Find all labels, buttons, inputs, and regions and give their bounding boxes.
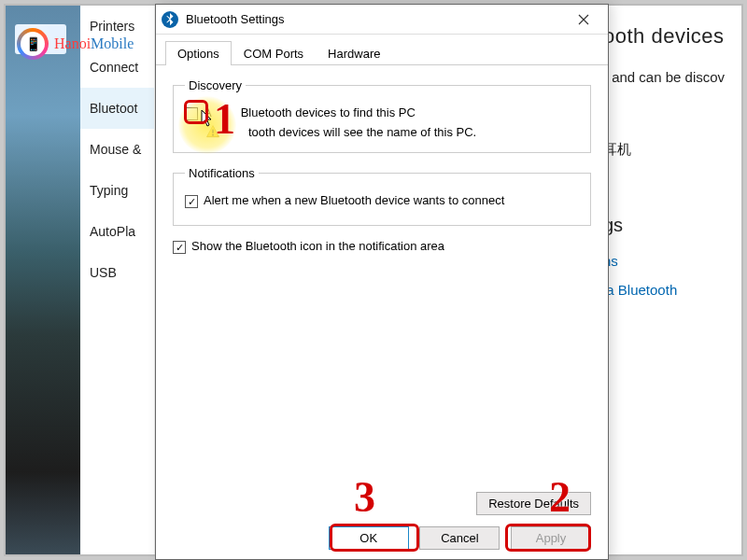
related-settings-heading: gs bbox=[603, 215, 736, 236]
bluetooth-icon bbox=[162, 11, 178, 28]
apply-button[interactable]: Apply bbox=[511, 526, 591, 550]
page-subtext: r and can be discov bbox=[603, 69, 736, 85]
restore-defaults-button[interactable]: Restore Defaults bbox=[476, 492, 591, 515]
sidebar-item-typing[interactable]: Typing bbox=[80, 170, 154, 211]
svg-rect-1 bbox=[212, 134, 214, 136]
show-tray-icon-label: Show the Bluetooth icon in the notificat… bbox=[191, 239, 444, 253]
ok-button[interactable]: OK bbox=[329, 526, 409, 550]
bluetooth-settings-dialog: Bluetooth Settings Options COM Ports Har… bbox=[155, 4, 609, 560]
settings-content-partial: ooth devices r and can be discov 耳机 gs n… bbox=[603, 24, 736, 311]
settings-sidebar: Printers Connect Bluetoot Mouse & Typing… bbox=[80, 6, 155, 554]
watermark-text: HanoiMobile bbox=[54, 35, 134, 52]
sidebar-item-autoplay[interactable]: AutoPla bbox=[80, 211, 154, 252]
warning-icon bbox=[205, 124, 220, 139]
related-link-1[interactable]: ns bbox=[603, 253, 736, 269]
alert-connect-checkbox[interactable] bbox=[185, 195, 198, 208]
dialog-footer: Restore Defaults OK Cancel Apply bbox=[156, 492, 608, 550]
desktop-wallpaper bbox=[6, 6, 80, 554]
watermark: 📱 HanoiMobile bbox=[17, 28, 134, 60]
sidebar-item-bluetooth[interactable]: Bluetoot bbox=[80, 88, 154, 129]
device-list-item[interactable]: 耳机 bbox=[603, 141, 736, 159]
allow-discovery-label: Bluetooth devices to find this PC bbox=[241, 105, 416, 119]
sidebar-item-mouse[interactable]: Mouse & bbox=[80, 129, 154, 170]
svg-rect-0 bbox=[212, 130, 214, 133]
notifications-group: Notifications Alert me when a new Blueto… bbox=[173, 166, 591, 226]
cancel-button[interactable]: Cancel bbox=[419, 526, 500, 550]
discovery-legend: Discovery bbox=[185, 78, 246, 92]
alert-connect-label: Alert me when a new Bluetooth device wan… bbox=[204, 193, 504, 207]
tab-strip: Options COM Ports Hardware bbox=[156, 35, 608, 65]
sidebar-item-usb[interactable]: USB bbox=[80, 252, 154, 293]
dialog-body: Discovery A Bluetooth devices to find th… bbox=[156, 65, 608, 510]
related-link-2[interactable]: ia Bluetooth bbox=[603, 282, 736, 298]
watermark-logo-icon: 📱 bbox=[17, 28, 49, 60]
tab-options[interactable]: Options bbox=[165, 41, 232, 65]
dialog-titlebar[interactable]: Bluetooth Settings bbox=[156, 5, 608, 35]
dialog-title: Bluetooth Settings bbox=[186, 12, 565, 26]
close-button[interactable] bbox=[565, 7, 602, 33]
close-icon bbox=[578, 14, 589, 25]
tab-hardware[interactable]: Hardware bbox=[316, 41, 392, 65]
discovery-group: Discovery A Bluetooth devices to find th… bbox=[173, 78, 591, 153]
allow-discovery-checkbox[interactable] bbox=[185, 107, 198, 120]
tab-com-ports[interactable]: COM Ports bbox=[232, 41, 316, 65]
notifications-legend: Notifications bbox=[185, 166, 259, 180]
discovery-note: tooth devices will see the name of this … bbox=[248, 125, 476, 139]
show-tray-icon-checkbox[interactable] bbox=[173, 241, 186, 254]
page-title: ooth devices bbox=[603, 24, 736, 49]
allow-discovery-prefix: A bbox=[204, 105, 212, 119]
